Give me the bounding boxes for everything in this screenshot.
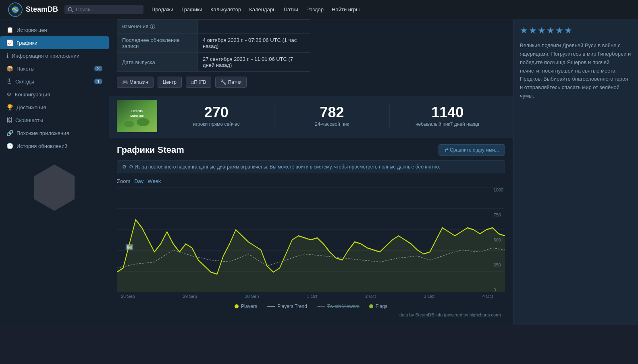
trend-line [267,306,275,307]
main-content: изменения ⓘ Последнее обновление записи … [109,19,513,325]
sidebar-item-achievements[interactable]: 🏆 Достижения [0,101,109,114]
chart-x-labels: 28 Sep 29 Sep 30 Sep 1 Oct 2 Oct 3 Oct 4… [117,292,505,300]
last-update-label: Последнее обновление записи [117,34,198,53]
all-time-peak-block: 1140 небывалый пик7 дней назад [390,101,505,131]
table-row: Последнее обновление записи 4 октября 20… [117,34,310,53]
charts-section: Графики Steam ⇄ Сравните с другими... ⚙ … [109,138,513,325]
patches-button[interactable]: 🔧 Патчи [215,77,247,88]
steamdb-logo-icon [8,2,23,17]
logo[interactable]: SteamDB [8,2,58,17]
sidebar-item-charts[interactable]: 📈 Графики [0,36,109,49]
sidebar-item-screenshots[interactable]: 🖼 Скриншоты [0,114,109,127]
hexagon-shape [34,164,75,211]
nav-charts[interactable]: Графики [181,6,202,12]
last-update-value: 4 октября 2023 г. - 07:26:06 UTC (1 час … [198,34,310,53]
nav-links: Продажи Графики Калькулятор Календарь Па… [152,6,360,12]
warning-bar: ⚙ ⚙ Из-за постоянного парсинга данные ди… [117,160,505,173]
compare-button[interactable]: ⇄ Сравните с другими... [438,144,505,156]
sidebar-item-price-history[interactable]: 📋 История цен [0,23,109,36]
update-history-icon: 🕐 [6,143,13,149]
changes-label: изменения ⓘ [117,20,198,34]
svg-point-8 [137,118,150,126]
game-description-text: Великие подвиги Древней Руси в войне с я… [520,42,632,100]
warning-text: ⚙ Из-за постоянного парсинга данные диаг… [129,164,440,170]
release-date-label: Дата выпуска [117,53,198,72]
changes-value [198,20,310,34]
right-description-panel: ★★★★★★ Великие подвиги Древней Руси в во… [513,19,638,325]
legend-twitch: Twitch Viewers [317,304,360,309]
legend-flags: Flags [369,304,387,309]
warning-link[interactable]: Вы можете войти в систему, чтобы просмот… [270,164,440,170]
sidebar-item-update-history[interactable]: 🕐 История обновлений [0,139,109,152]
svg-text:Must Die: Must Die [130,114,144,118]
star-rating: ★★★★★★ [520,23,632,37]
zoom-week-button[interactable]: Week [148,178,161,184]
app-info-icon: ℹ [6,52,8,59]
current-players-block: 270 игроки прямо сейчас [159,101,274,131]
sidebar: 📋 История цен 📈 Графики ℹ Информация о п… [0,19,109,325]
sidebar-item-similar[interactable]: 🔗 Похожие приложения [0,127,109,139]
hexagon-decoration [0,164,109,211]
stats-section: Lizards Must Die 270 игроки прямо сейчас… [109,96,513,138]
svg-text:Lizards: Lizards [131,109,143,113]
sidebar-item-config[interactable]: ⚙ Конфигурация [0,88,109,101]
depots-icon: 🗄 [6,78,12,85]
game-thumb-svg: Lizards Must Die [117,100,157,132]
svg-line-3 [72,11,73,12]
nav-calculator[interactable]: Калькулятор [210,6,241,12]
sidebar-item-app-info[interactable]: ℹ Информация о приложении [0,49,109,62]
all-time-peak-label: небывалый пик7 дней назад [394,121,501,127]
zoom-row: Zoom Day Week [117,178,505,184]
all-time-peak-number: 1140 [394,105,501,120]
charts-title: Графики Steam [117,145,184,155]
chart-container: Rel 1000 750 500 250 0 [117,187,505,292]
achievements-icon: 🏆 [6,104,13,110]
packages-badge: 2 [94,66,102,71]
nav-sales[interactable]: Продажи [152,6,173,12]
sidebar-item-packages[interactable]: 📦 Пакеты 2 [0,62,109,75]
table-row: изменения ⓘ [117,20,310,34]
release-date-value: 27 сентября 2023 г. - 11:01:06 UTC (7 дн… [198,53,310,72]
price-history-icon: 📋 [6,27,13,33]
page-body: 📋 История цен 📈 Графики ℹ Информация о п… [0,19,638,325]
chart-y-labels: 1000 750 500 250 0 [492,187,505,292]
depots-badge: 1 [94,79,102,84]
pcgb-button[interactable]: □ПКГВ [186,77,211,88]
nav-find-games[interactable]: Найти игры [332,6,360,12]
peak-24h-number: 782 [278,105,386,120]
legend-trend: Players Trend [267,304,307,309]
shop-button[interactable]: 🎮 Магазин [117,77,154,88]
nav-calendar[interactable]: Календарь [249,6,276,12]
players-dot [235,304,239,308]
chart-legend: Players Players Trend Twitch Viewers Fla… [117,300,505,312]
zoom-label: Zoom [117,178,130,184]
center-button[interactable]: Центр [158,77,182,88]
warning-icon: ⚙ [122,164,127,170]
peak-24h-label: 24-часовой пик [278,121,386,127]
current-players-number: 270 [163,105,270,120]
search-bar[interactable] [64,5,143,14]
sidebar-item-depots[interactable]: 🗄 Склады 1 [0,75,109,88]
svg-point-7 [124,121,134,127]
chart-svg: Rel [117,187,505,292]
nav-patches[interactable]: Патчи [284,6,298,12]
charts-header: Графики Steam ⇄ Сравните с другими... [117,144,505,156]
screenshots-icon: 🖼 [6,117,12,123]
packages-icon: 📦 [6,65,13,72]
search-input[interactable] [76,6,140,12]
charts-icon: 📈 [6,40,13,46]
table-row: Дата выпуска 27 сентября 2023 г. - 11:01… [117,53,310,72]
zoom-day-button[interactable]: Day [134,178,143,184]
game-thumbnail: Lizards Must Die [117,100,157,132]
svg-point-2 [69,7,72,11]
logo-text: SteamDB [26,5,58,14]
similar-icon: 🔗 [6,130,13,136]
chart-credit: data by SteamDB.info (powered by highcha… [117,312,505,319]
nav-discord[interactable]: Раздор [306,6,324,12]
navbar: SteamDB Продажи Графики Калькулятор Кале… [0,0,638,19]
config-icon: ⚙ [6,91,12,98]
peak-24h-block: 782 24-часовой пик [274,101,390,131]
legend-players: Players [235,304,257,309]
info-section: изменения ⓘ Последнее обновление записи … [109,19,513,96]
info-table: изменения ⓘ Последнее обновление записи … [117,19,310,72]
